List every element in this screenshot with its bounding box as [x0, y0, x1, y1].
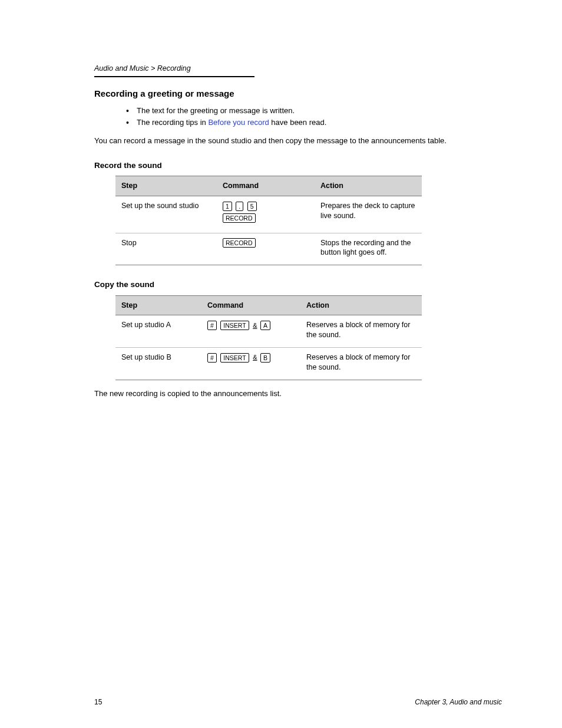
procedure-table-record: Step Command Action Set up the sound stu…: [115, 176, 422, 265]
key-A: A: [260, 321, 270, 330]
key-hash: #: [207, 321, 217, 330]
col-header-step: Step: [115, 176, 217, 196]
cell-step: Stop: [115, 233, 217, 265]
cell-action: Reserves a block of memory for the sound…: [300, 315, 422, 348]
key-B: B: [260, 353, 270, 363]
list-item: The text for the greeting or message is …: [126, 106, 502, 116]
command-line: RECORD: [223, 238, 309, 248]
list-item-text: have been read.: [269, 118, 327, 127]
cell-step: Set up studio A: [115, 315, 201, 348]
key-record: RECORD: [223, 238, 256, 248]
col-header-action: Action: [300, 295, 422, 315]
page: Audio and Music > Recording Recording a …: [0, 0, 562, 728]
list-item-text: The recording tips in: [137, 118, 208, 127]
list-item-text: The text for the greeting or message is …: [137, 106, 295, 115]
cell-step: Set up studio B: [115, 348, 201, 380]
key-1: 1: [223, 202, 232, 211]
col-header-step: Step: [115, 295, 201, 315]
cell-action: Stops the recording and the button light…: [315, 233, 422, 265]
list-item: The recording tips in Before you record …: [126, 117, 502, 128]
section-title: Recording a greeting or message: [94, 88, 502, 100]
key-insert: INSERT: [220, 321, 249, 330]
table-row: Set up studio A # INSERT & A Reserves a …: [115, 315, 422, 348]
key-hash: #: [207, 353, 217, 363]
col-header-action: Action: [315, 176, 422, 196]
key-period: .: [236, 202, 243, 211]
cell-command: RECORD: [217, 233, 315, 265]
breadcrumb: Audio and Music > Recording: [94, 64, 502, 74]
table-row: Stop RECORD Stops the recording and the …: [115, 233, 422, 265]
link-before-you-record[interactable]: Before you record: [208, 118, 269, 127]
procedure-heading: Record the sound: [94, 160, 502, 171]
page-footer: 15 Chapter 3, Audio and music: [0, 697, 562, 707]
col-header-command: Command: [201, 295, 300, 315]
key-record: RECORD: [223, 213, 256, 223]
command-line: 1 . 5: [223, 201, 309, 211]
glyph-ampersand: &: [253, 353, 257, 362]
procedure-table-copy: Step Command Action Set up studio A # IN…: [115, 295, 422, 380]
outro-paragraph: The new recording is copied to the annou…: [94, 388, 502, 399]
page-number: 15: [94, 697, 102, 707]
section-divider: [94, 76, 254, 77]
intro-paragraph: You can record a message in the sound st…: [94, 136, 502, 146]
cell-action: Prepares the deck to capture live sound.: [315, 196, 422, 233]
table-header-row: Step Command Action: [115, 295, 422, 315]
procedure-heading: Copy the sound: [94, 279, 502, 290]
command-line: RECORD: [223, 213, 309, 223]
prerequisite-list: The text for the greeting or message is …: [126, 106, 502, 127]
cell-action: Reserves a block of memory for the sound…: [300, 348, 422, 380]
cell-command: # INSERT & A: [201, 315, 300, 348]
command-line: # INSERT & B: [207, 353, 295, 363]
cell-command: # INSERT & B: [201, 348, 300, 380]
table-header-row: Step Command Action: [115, 176, 422, 196]
col-header-command: Command: [217, 176, 315, 196]
key-insert: INSERT: [220, 353, 249, 363]
command-line: # INSERT & A: [207, 320, 295, 330]
glyph-ampersand: &: [253, 321, 257, 330]
cell-step: Set up the sound studio: [115, 196, 217, 233]
footer-chapter: Chapter 3, Audio and music: [415, 697, 502, 707]
key-5: 5: [247, 202, 257, 211]
table-row: Set up the sound studio 1 . 5 RECORD Pre…: [115, 196, 422, 233]
cell-command: 1 . 5 RECORD: [217, 196, 315, 233]
table-row: Set up studio B # INSERT & B Reserves a …: [115, 348, 422, 380]
